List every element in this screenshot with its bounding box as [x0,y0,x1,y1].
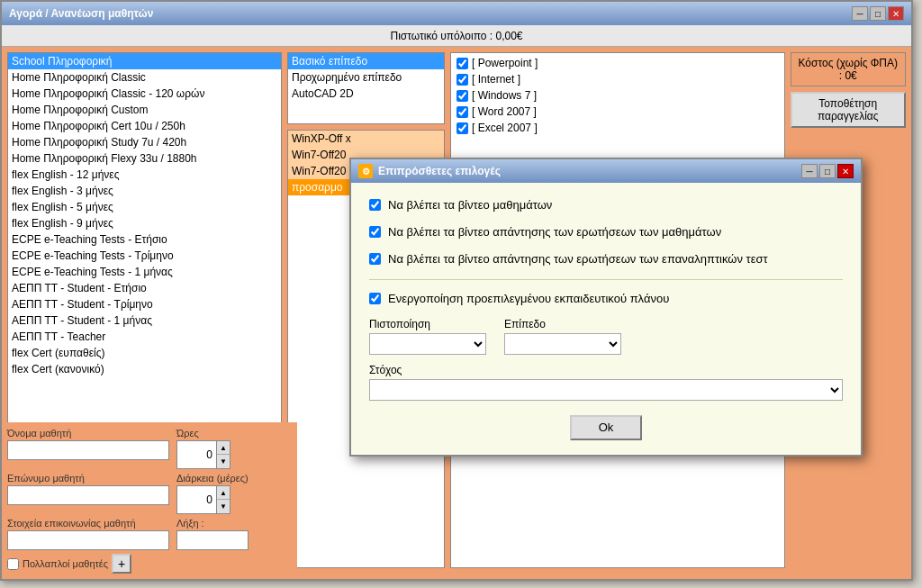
dialog-body: Να βλέπει τα βίντεο μαθημάτων Να βλέπει … [351,183,861,455]
cb-video-lessons-label: Να βλέπει τα βίντεο μαθημάτων [388,197,552,213]
epipedo-select[interactable] [504,333,621,355]
dialog-cb-row-2: Να βλέπει τα βίντεο απάντησης των ερωτήσ… [369,224,843,240]
dialog-minimize-button[interactable]: ─ [801,164,818,178]
dialog-title-label: Επιπρόσθετες επιλογές [378,165,501,177]
dialog-selects-row: Πιστοποίηση Επίπεδο [369,318,843,364]
dialog-title-text: ⚙ Επιπρόσθετες επιλογές [358,164,501,178]
dialog-cb-row-1: Να βλέπει τα βίντεο μαθημάτων [369,197,843,213]
dialog-icon: ⚙ [358,164,373,178]
epipedo-group: Επίπεδο [504,318,621,355]
dialog-separator [369,279,843,280]
dialog-cb-row-3: Να βλέπει τα βίντεο απάντησης των ερωτήσ… [369,251,843,267]
cb-video-review[interactable] [369,253,381,265]
cb-video-lessons[interactable] [369,199,381,211]
dialog-cb-row-4: Ενεργοποίηση προεπιλεγμένου εκπαιδευτικο… [369,291,843,307]
dialog-overlay: ⚙ Επιπρόσθετες επιλογές ─ □ ✕ Να βλέπει … [0,0,922,588]
cb-video-answers[interactable] [369,226,381,238]
stochos-select[interactable] [369,379,843,401]
dialog-ok-button[interactable]: Ok [570,415,642,440]
dialog-title-bar: ⚙ Επιπρόσθετες επιλογές ─ □ ✕ [351,159,861,183]
dialog-maximize-button[interactable]: □ [819,164,836,178]
extra-options-dialog: ⚙ Επιπρόσθετες επιλογές ─ □ ✕ Να βλέπει … [349,158,863,457]
pistop-label: Πιστοποίηση [369,318,486,330]
cb-edu-plan[interactable] [369,293,381,304]
cb-edu-plan-label: Ενεργοποίηση προεπιλεγμένου εκπαιδευτικο… [388,291,669,307]
dialog-tb-buttons: ─ □ ✕ [801,164,854,178]
pistop-group: Πιστοποίηση [369,318,486,355]
stochos-label: Στόχος [369,364,843,376]
pistop-select[interactable] [369,333,486,355]
stochos-group: Στόχος [369,364,843,401]
epipedo-label: Επίπεδο [504,318,621,330]
cb-video-review-label: Να βλέπει τα βίντεο απάντησης των ερωτήσ… [388,251,768,267]
dialog-close-button[interactable]: ✕ [837,164,854,178]
cb-video-answers-label: Να βλέπει τα βίντεο απάντησης των ερωτήσ… [388,224,721,240]
